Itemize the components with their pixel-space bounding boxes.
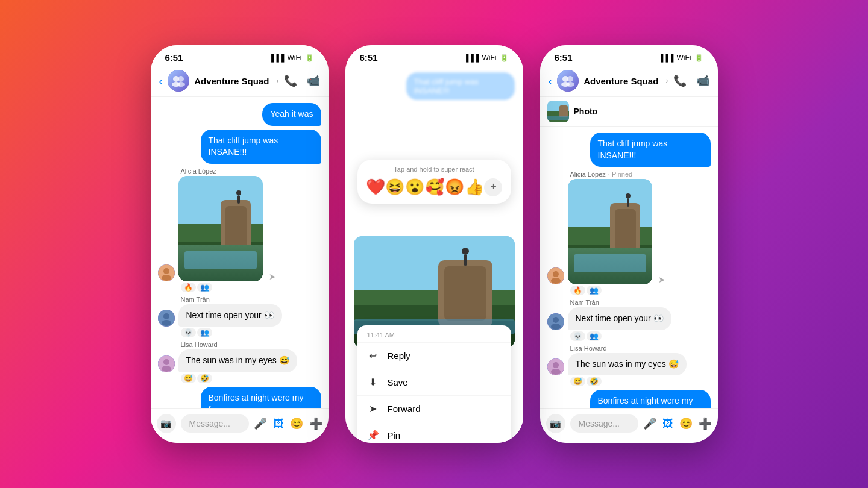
svg-point-4 <box>177 82 185 87</box>
group-avatar-right <box>557 70 579 92</box>
sticker-icon-right[interactable]: 😊 <box>679 417 693 430</box>
context-forward[interactable]: ➤ Forward <box>357 395 511 422</box>
context-pin[interactable]: 📌 Pin <box>357 422 511 443</box>
emoji-like[interactable]: 👍 <box>465 178 484 196</box>
emoji-reaction-row: ❤️ 😆 😮 🥰 😡 👍 + <box>366 178 503 196</box>
avatar-nam <box>158 310 175 327</box>
svg-rect-54 <box>568 254 652 269</box>
r-sender-alicia: Alicia López <box>570 170 606 178</box>
r-msg-alicia: Alicia López · Pinned <box>547 170 711 295</box>
phone-icon-right[interactable]: 📞 <box>673 74 687 87</box>
r-msg-cliff: That cliff jump was INSANE!!! <box>547 133 711 167</box>
mic-icon-left[interactable]: 🎤 <box>254 417 267 430</box>
right-phone: 6:51 ▐▐▐ WiFi 🔋 ‹ Adventure Squad › 📞 📹 <box>540 45 718 443</box>
message-input-right[interactable]: Message... <box>570 414 638 433</box>
signal-icons-left: ▐▐▐ WiFi 🔋 <box>269 54 314 62</box>
svg-rect-16 <box>212 259 242 267</box>
forward-label: Forward <box>388 404 421 414</box>
time-left: 6:51 <box>165 52 183 63</box>
svg-rect-44 <box>547 116 569 120</box>
msg-cliff-jump: That cliff jump was INSANE!!! <box>158 130 321 164</box>
battery-icon-mid: 🔋 <box>500 54 509 62</box>
svg-rect-10 <box>178 242 263 281</box>
r-sender-lisa: Lisa Howard <box>570 345 711 352</box>
svg-rect-55 <box>574 263 598 271</box>
context-save[interactable]: ⬇ Save <box>357 369 511 395</box>
sticker-icon-left[interactable]: 😊 <box>290 417 303 430</box>
photo-icon-right[interactable]: 🖼 <box>662 418 673 430</box>
status-bar-mid: 6:51 ▐▐▐ WiFi 🔋 <box>345 45 523 66</box>
sender-lisa: Lisa Howard <box>181 341 321 348</box>
photo-icon-left[interactable]: 🖼 <box>273 418 284 430</box>
chevron-icon-left: › <box>277 77 279 85</box>
back-button-left[interactable]: ‹ <box>159 74 163 88</box>
r-msg-lisa: Lisa Howard The sun was in my eyes 😅 😅 🤣 <box>547 345 711 387</box>
msg-nam: Nam Trân Next time open your 👀 💀 👥 <box>158 296 321 338</box>
svg-point-60 <box>553 317 559 323</box>
save-icon: ⬇ <box>367 377 379 388</box>
battery-icon-right: 🔋 <box>694 54 703 62</box>
emoji-heart[interactable]: ❤️ <box>366 178 385 196</box>
chat-header-left: ‹ Adventure Squad › 📞 📹 <box>151 66 329 97</box>
pinned-banner[interactable]: Photo <box>540 97 718 127</box>
r-reactions-nam: 💀 👥 <box>570 331 711 341</box>
cliff-image-left <box>178 176 263 281</box>
reactions-lisa: 😅 🤣 <box>181 374 321 383</box>
svg-rect-56 <box>601 262 631 271</box>
msg-alicia-image: Alicia López <box>158 167 321 292</box>
svg-point-23 <box>163 359 169 365</box>
wifi-icon: WiFi <box>288 54 302 62</box>
r-avatar-nam <box>547 313 564 330</box>
plus-icon-right[interactable]: ➕ <box>699 417 712 430</box>
chat-header-right: ‹ Adventure Squad › 📞 📹 <box>540 66 718 97</box>
mic-icon-right[interactable]: 🎤 <box>643 417 656 430</box>
emoji-love[interactable]: 🥰 <box>425 178 444 196</box>
svg-point-63 <box>553 362 559 368</box>
bubble-nam: Next time open your 👀 <box>178 304 282 327</box>
sender-nam: Nam Trân <box>181 296 321 303</box>
bubble-bonfires: Bonfires at night were my fave <box>201 387 321 408</box>
pin-icon: 📌 <box>367 430 379 441</box>
message-input-left[interactable]: Message... <box>181 414 249 433</box>
camera-button-right[interactable]: 📷 <box>546 414 565 433</box>
r-bubble-nam: Next time open your 👀 <box>568 307 671 330</box>
signal-icon: ▐▐▐ <box>269 54 285 62</box>
msg-bonfires: Bonfires at night were my fave ❤️ 👤 <box>158 387 321 408</box>
r-msg-nam: Nam Trân Next time open your 👀 💀 👥 <box>547 299 711 341</box>
emoji-laugh[interactable]: 😆 <box>385 178 404 196</box>
svg-rect-13 <box>225 206 247 254</box>
back-button-right[interactable]: ‹ <box>549 74 553 88</box>
reaction-picker: Tap and hold to super react ❤️ 😆 😮 🥰 😡 👍… <box>357 160 511 204</box>
svg-point-57 <box>626 193 631 198</box>
camera-button-left[interactable]: 📷 <box>157 414 176 433</box>
video-icon-left[interactable]: 📹 <box>307 74 320 87</box>
group-avatar-left <box>168 70 189 92</box>
video-icon-right[interactable]: 📹 <box>696 74 709 87</box>
input-placeholder-left: Message... <box>189 419 230 428</box>
svg-rect-43 <box>559 105 568 117</box>
bubble-yeah: Yeah it was <box>262 103 321 126</box>
svg-rect-15 <box>184 260 209 267</box>
phone-icon-left[interactable]: 📞 <box>284 74 297 87</box>
left-phone: 6:51 ▐▐▐ WiFi 🔋 ‹ Adventure Squad › 📞 📹 <box>151 45 329 443</box>
svg-rect-18 <box>237 195 240 204</box>
emoji-more-button[interactable]: + <box>484 178 502 196</box>
svg-rect-11 <box>178 254 263 281</box>
middle-phone: 6:51 ▐▐▐ WiFi 🔋 That cliff jump was INSA… <box>345 45 523 443</box>
wifi-icon-right: WiFi <box>677 54 691 62</box>
svg-point-2 <box>178 76 184 82</box>
battery-icon: 🔋 <box>305 54 314 62</box>
wifi-icon-mid: WiFi <box>482 54 497 62</box>
context-reply[interactable]: ↩ Reply <box>357 342 511 369</box>
status-bar-right: 6:51 ▐▐▐ WiFi 🔋 <box>540 45 718 66</box>
svg-rect-50 <box>568 245 652 284</box>
chevron-icon-right: › <box>666 77 668 85</box>
header-actions-left: 📞 📹 <box>284 74 320 87</box>
svg-point-47 <box>551 278 561 284</box>
emoji-angry[interactable]: 😡 <box>445 178 464 196</box>
svg-point-7 <box>162 275 171 281</box>
emoji-wow[interactable]: 😮 <box>405 178 424 196</box>
plus-icon-left[interactable]: ➕ <box>309 417 322 430</box>
svg-rect-14 <box>178 251 263 266</box>
r-bubble-cliff: That cliff jump was INSANE!!! <box>590 133 711 167</box>
